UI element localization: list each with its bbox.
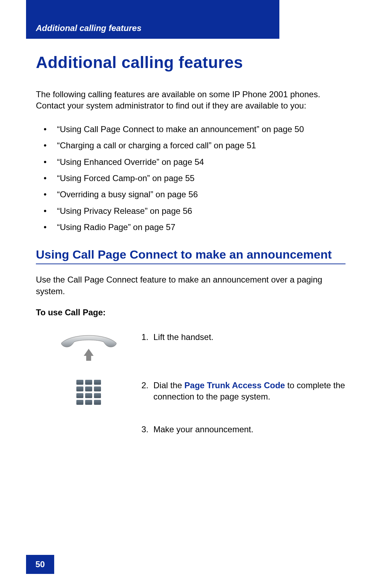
step-number: 2. [141, 380, 153, 403]
keypad-key-icon [85, 400, 92, 405]
section-intro: Use the Call Page Connect feature to mak… [36, 274, 346, 297]
section-title: Using Call Page Connect to make an annou… [36, 247, 346, 265]
keypad-key-icon [76, 393, 83, 398]
keypad-key-icon [76, 386, 83, 391]
step-icon-col [36, 332, 141, 361]
keypad-key-icon [76, 400, 83, 405]
keypad-key-icon [85, 393, 92, 398]
page-content: Additional calling features The followin… [36, 53, 346, 435]
list-item: “Charging a call or charging a forced ca… [36, 140, 346, 151]
step-text-pre: Dial the [153, 380, 184, 390]
keypad-key-icon [94, 380, 101, 385]
header-bar: Additional calling features [26, 0, 279, 39]
keypad-key-icon [94, 400, 101, 405]
page-title: Additional calling features [36, 53, 346, 72]
steps-container: 1. Lift the handset. [36, 332, 346, 435]
step-text: Make your announcement. [153, 424, 346, 435]
step-row: 1. Lift the handset. [36, 332, 346, 361]
step-row: 3. Make your announcement. [36, 424, 346, 435]
keypad-key-icon [85, 386, 92, 391]
feature-list: “Using Call Page Connect to make an anno… [36, 124, 346, 233]
list-item: “Using Privacy Release” on page 56 [36, 205, 346, 217]
step-icon-col [36, 380, 141, 405]
step-number: 1. [141, 332, 153, 343]
keypad-icon [76, 380, 101, 405]
keypad-key-icon [76, 380, 83, 385]
list-item: “Using Radio Page” on page 57 [36, 222, 346, 233]
list-item: “Overriding a busy signal” on page 56 [36, 189, 346, 200]
list-item: “Using Forced Camp-on” on page 55 [36, 173, 346, 184]
page-number: 50 [36, 559, 45, 569]
instructions-label: To use Call Page: [36, 308, 346, 317]
header-title: Additional calling features [36, 23, 141, 33]
keypad-key-icon [85, 380, 92, 385]
arrow-stem [86, 356, 91, 361]
step-text-col: 3. Make your announcement. [141, 424, 346, 435]
list-item: “Using Call Page Connect to make an anno… [36, 124, 346, 135]
intro-paragraph: The following calling features are avail… [36, 89, 346, 112]
list-item: “Using Enhanced Override” on page 54 [36, 156, 346, 168]
handset-lift-icon [58, 332, 120, 361]
page-number-badge: 50 [26, 555, 54, 574]
step-text: Lift the handset. [153, 332, 346, 343]
keypad-key-icon [94, 386, 101, 391]
step-text: Dial the Page Trunk Access Code to compl… [153, 380, 346, 403]
step-number: 3. [141, 424, 153, 435]
step-text-col: 1. Lift the handset. [141, 332, 346, 343]
step-text-col: 2. Dial the Page Trunk Access Code to co… [141, 380, 346, 403]
keypad-key-icon [94, 393, 101, 398]
step-text-highlight: Page Trunk Access Code [184, 380, 285, 390]
arrow-up-icon [84, 349, 94, 356]
step-row: 2. Dial the Page Trunk Access Code to co… [36, 380, 346, 405]
